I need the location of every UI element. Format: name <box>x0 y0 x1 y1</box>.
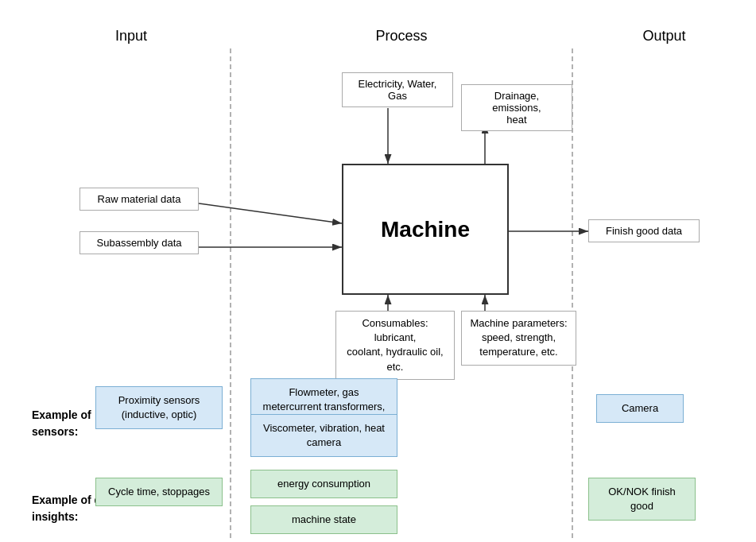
sensors-section-label: Example of sensors: <box>32 390 91 440</box>
arrows-svg <box>32 48 756 541</box>
process-sensor2-box: Viscometer, vibration, heat camera <box>250 414 397 457</box>
machine-box: Machine <box>342 164 509 295</box>
subassembly-box: Subassembly data <box>79 231 199 254</box>
output-sensor-box: Camera <box>596 394 684 423</box>
electricity-box: Electricity, Water, Gas <box>342 72 453 107</box>
consumables-box: Consumables: lubricant, coolant, hydraul… <box>335 311 455 380</box>
header-process: Process <box>231 28 572 45</box>
input-sensor-box: Proximity sensors (inductive, optic) <box>95 386 223 429</box>
header-input: Input <box>32 28 231 45</box>
input-insight-box: Cycle time, stoppages <box>95 478 223 506</box>
svg-line-5 <box>199 203 342 223</box>
finish-good-box: Finish good data <box>588 219 700 242</box>
output-insight-box: OK/NOK finish good <box>588 478 696 521</box>
header-output: Output <box>572 28 756 45</box>
machine-params-box: Machine parameters: speed, strength, tem… <box>461 311 576 366</box>
process-insight2-box: machine state <box>250 505 397 534</box>
process-insight1-box: energy consumption <box>250 470 397 498</box>
drainage-box: Drainage, emissions, heat <box>461 84 572 131</box>
column-headers: Input Process Output <box>32 16 756 48</box>
diagram-container: Input Process Output <box>0 0 756 542</box>
raw-material-box: Raw material data <box>79 188 199 211</box>
